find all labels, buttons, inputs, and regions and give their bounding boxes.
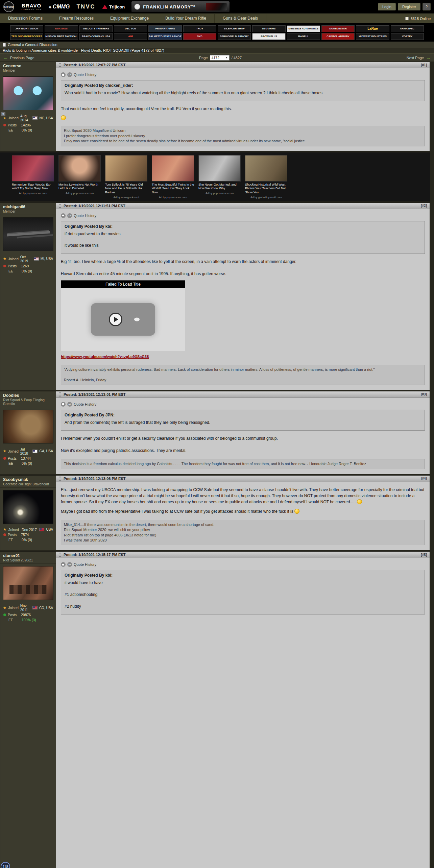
bravo-logo-subtext: COMPANY USA bbox=[21, 9, 42, 11]
sponsor-logo[interactable]: Geissele Automatics bbox=[287, 25, 320, 32]
sponsor-logo[interactable]: Brownells bbox=[252, 33, 285, 40]
sponsor-logo[interactable]: Armaspec bbox=[391, 25, 424, 32]
sponsor-logo[interactable]: DSG Arms bbox=[252, 25, 285, 32]
post-number-link[interactable]: [#3] bbox=[421, 392, 427, 396]
star-icon: ★ bbox=[3, 606, 6, 610]
sponsor-logo[interactable]: Bravo Company USA bbox=[79, 33, 113, 40]
nav-build-your-dream-rifle[interactable]: Build Your Dream Rifle bbox=[157, 14, 215, 23]
total-pages: / 4827 bbox=[232, 56, 242, 60]
video-player[interactable] bbox=[61, 288, 185, 351]
nav-firearm-resources[interactable]: Firearm Resources bbox=[51, 14, 102, 23]
quote-text: And (from the comments) the left is outr… bbox=[65, 420, 421, 426]
page-number-select[interactable]: 4172 ▼ bbox=[210, 55, 230, 61]
ad-card[interactable]: The Most Beautiful Twins in the World? S… bbox=[152, 155, 194, 199]
username-link[interactable]: Scoobysmak bbox=[0, 476, 56, 482]
breadcrumb[interactable]: General » General Discussion bbox=[8, 43, 57, 47]
online-count: 5318 Online bbox=[411, 17, 431, 21]
quote-history-link[interactable]: Quote History bbox=[74, 73, 96, 77]
sponsor-logo[interactable]: Vortex bbox=[391, 33, 424, 40]
posts-value: 7574 bbox=[21, 533, 29, 537]
help-button[interactable]: ? bbox=[423, 3, 431, 10]
permalink-icon[interactable] bbox=[59, 392, 61, 396]
offline-status-icon bbox=[3, 265, 6, 267]
ad-card[interactable]: Tom Selleck is 75 Years Old Now and He i… bbox=[105, 155, 147, 199]
quote-icon[interactable] bbox=[61, 213, 66, 218]
ad-card[interactable]: Monica Lewinsky's Net Worth Left Us in D… bbox=[58, 155, 101, 199]
quote-icon[interactable] bbox=[61, 562, 66, 567]
username-link[interactable]: michigan66 bbox=[0, 203, 56, 209]
tnvc-logo[interactable]: TNVC bbox=[77, 4, 96, 10]
ad-card[interactable]: She Never Got Married, and Now We Know W… bbox=[198, 155, 241, 199]
login-button[interactable]: Login bbox=[378, 3, 396, 10]
sponsor-logo[interactable]: Palmetto State Armory bbox=[148, 33, 182, 40]
next-page-button[interactable]: Next Page → bbox=[407, 55, 431, 60]
ee-value: 100% (3) bbox=[22, 618, 36, 622]
username-link[interactable]: Doodles bbox=[0, 391, 56, 398]
quote-icon[interactable] bbox=[61, 402, 66, 407]
sponsor-logo[interactable]: DoubleStar bbox=[321, 25, 355, 32]
sponsor-logo[interactable]: Mission First Tactical bbox=[45, 33, 78, 40]
nav-discussion-forums[interactable]: Discussion Forums bbox=[0, 14, 51, 23]
franklin-armory-text: FRANKLIN ARMORY™ bbox=[143, 4, 196, 9]
register-button[interactable]: Register bbox=[398, 3, 420, 10]
post-number-link[interactable]: [#5] bbox=[421, 553, 427, 557]
post-list: Cecenrse Member ★ Joined Aug 2014 NC, US… bbox=[0, 62, 430, 868]
sponsor-logo[interactable]: Capitol Armory bbox=[321, 33, 355, 40]
ad-card[interactable]: Shocking Historical Wild West Photos You… bbox=[245, 155, 287, 199]
quote-icon[interactable] bbox=[61, 72, 66, 77]
ad-image bbox=[245, 155, 287, 182]
sponsor-logo[interactable]: Velocity Triggers bbox=[79, 25, 113, 32]
nav-guns-gear-deals[interactable]: Guns & Gear Deals bbox=[215, 14, 266, 23]
quote-author-link[interactable]: Originally Posted By chicken_rider: bbox=[65, 83, 421, 88]
quote-text: it would have to have #1 action/shooting… bbox=[65, 580, 421, 609]
top-header: ARFCOM BRAVO COMPANY USA ◆ CMMG TNVC Tri… bbox=[0, 0, 434, 14]
bravo-company-logo[interactable]: BRAVO COMPANY USA bbox=[21, 3, 42, 11]
sponsor-logo[interactable]: Springfield Armory bbox=[218, 33, 251, 40]
post-user-sidebar: Cecenrse Member ★ Joined Aug 2014 NC, US… bbox=[0, 62, 56, 151]
permalink-icon[interactable] bbox=[59, 553, 61, 557]
arfcom-logo[interactable]: ARFCOM bbox=[3, 1, 14, 12]
play-button-icon[interactable] bbox=[109, 313, 122, 326]
post-number-link[interactable]: [#2] bbox=[421, 204, 427, 208]
nav-equipment-exchange[interactable]: Equipment Exchange bbox=[102, 14, 157, 23]
post-number-link[interactable]: [#4] bbox=[421, 477, 427, 480]
quote-author-link[interactable]: Originally Posted By JPN: bbox=[65, 413, 421, 417]
sponsor-logo[interactable]: Primary Arms bbox=[148, 25, 182, 32]
ad-image bbox=[105, 155, 147, 182]
user-title: Member bbox=[0, 68, 56, 74]
sponsor-logo[interactable]: Troy bbox=[183, 25, 216, 32]
cmmg-logo[interactable]: ◆ CMMG bbox=[49, 4, 70, 10]
quote-history-link[interactable]: Quote History bbox=[74, 402, 96, 406]
sponsor-logo[interactable]: SKD bbox=[183, 33, 216, 40]
video-url-link[interactable]: https://www.youtube.com/watch?v=zgLo9XSa… bbox=[61, 355, 149, 359]
permalink-icon[interactable] bbox=[59, 204, 61, 208]
previous-page-button[interactable]: ← Previous Page bbox=[3, 55, 34, 60]
sponsor-logo[interactable]: Teslong Borescopes bbox=[10, 33, 43, 40]
sponsor-logo[interactable]: Silencer Shop bbox=[218, 25, 251, 32]
sponsor-logo[interactable]: jrh night vision bbox=[10, 25, 43, 32]
permalink-icon[interactable] bbox=[59, 477, 61, 481]
username-link[interactable]: Cecenrse bbox=[0, 62, 56, 68]
history-icon[interactable]: ↩ bbox=[67, 402, 72, 407]
franklin-armory-banner[interactable]: FRANKLIN ARMORY™ bbox=[131, 1, 230, 12]
user-avatar bbox=[3, 217, 53, 251]
post-number-link[interactable]: [#1] bbox=[421, 63, 427, 67]
sponsor-logo[interactable]: Del-Ton bbox=[114, 25, 147, 32]
sponsor-logo[interactable]: Midwest Industries bbox=[356, 33, 389, 40]
quote-author-link[interactable]: Originally Posted By kbi: bbox=[65, 573, 421, 578]
quote-history-link[interactable]: Quote History bbox=[74, 562, 96, 566]
sponsor-logo[interactable]: DSA SA58 bbox=[45, 25, 78, 32]
quote-history-link[interactable]: Quote History bbox=[74, 214, 96, 218]
permalink-icon[interactable] bbox=[59, 63, 61, 67]
username-link[interactable]: stoner01 bbox=[0, 552, 56, 558]
history-icon[interactable]: ↩ bbox=[67, 562, 72, 567]
trijicon-logo[interactable]: Trijicon bbox=[102, 4, 125, 9]
sponsor-logo[interactable]: AIM bbox=[114, 33, 147, 40]
sponsor-logo[interactable]: LaRue bbox=[356, 25, 389, 32]
ad-card[interactable]: Remember Tiger Woods' Ex-wife? Try Not t… bbox=[12, 155, 54, 199]
history-icon[interactable]: ↩ bbox=[67, 72, 72, 77]
history-icon[interactable]: ↩ bbox=[67, 213, 72, 218]
sponsor-logo[interactable]: Magpul bbox=[287, 33, 320, 40]
posts-value: 14296 bbox=[21, 123, 31, 127]
quote-author-link[interactable]: Originally Posted By kbi: bbox=[65, 224, 421, 229]
